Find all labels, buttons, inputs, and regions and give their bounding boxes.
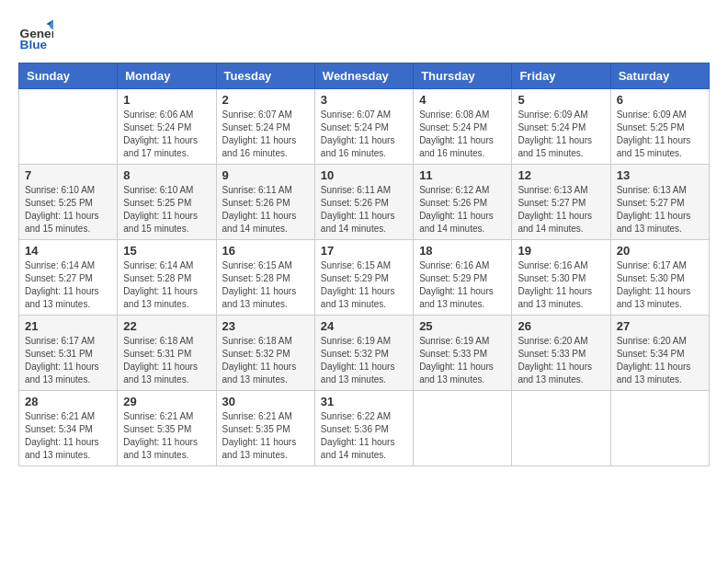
day-info: Sunrise: 6:20 AMSunset: 5:34 PMDaylight:… [617,335,703,386]
calendar-cell: 30Sunrise: 6:21 AMSunset: 5:35 PMDayligh… [216,391,314,466]
calendar-cell: 6Sunrise: 6:09 AMSunset: 5:25 PMDaylight… [610,89,709,165]
day-number: 20 [617,244,703,258]
day-number: 26 [518,319,604,333]
calendar-cell: 22Sunrise: 6:18 AMSunset: 5:31 PMDayligh… [118,316,216,391]
day-info: Sunrise: 6:21 AMSunset: 5:35 PMDaylight:… [123,410,210,462]
calendar-cell: 27Sunrise: 6:20 AMSunset: 5:34 PMDayligh… [610,316,709,391]
calendar-cell: 15Sunrise: 6:14 AMSunset: 5:28 PMDayligh… [118,240,216,316]
day-info: Sunrise: 6:21 AMSunset: 5:34 PMDaylight:… [25,410,111,462]
day-number: 21 [25,319,111,333]
calendar-week-5: 28Sunrise: 6:21 AMSunset: 5:34 PMDayligh… [19,391,710,466]
calendar-cell: 13Sunrise: 6:13 AMSunset: 5:27 PMDayligh… [610,165,709,240]
day-info: Sunrise: 6:20 AMSunset: 5:33 PMDaylight:… [518,335,604,386]
calendar-cell: 21Sunrise: 6:17 AMSunset: 5:31 PMDayligh… [19,316,118,391]
day-info: Sunrise: 6:07 AMSunset: 5:24 PMDaylight:… [321,109,407,160]
day-info: Sunrise: 6:15 AMSunset: 5:29 PMDaylight:… [321,259,407,311]
header-monday: Monday [118,63,216,89]
day-info: Sunrise: 6:18 AMSunset: 5:32 PMDaylight:… [222,335,309,386]
day-number: 13 [617,168,703,182]
header-tuesday: Tuesday [216,63,314,89]
day-info: Sunrise: 6:22 AMSunset: 5:36 PMDaylight:… [321,410,407,462]
calendar-cell: 10Sunrise: 6:11 AMSunset: 5:26 PMDayligh… [314,165,413,240]
calendar-cell [512,391,610,466]
calendar-cell: 14Sunrise: 6:14 AMSunset: 5:27 PMDayligh… [19,240,118,316]
logo: General Blue [18,18,53,53]
day-info: Sunrise: 6:11 AMSunset: 5:26 PMDaylight:… [222,184,309,236]
day-number: 12 [518,168,604,182]
day-number: 10 [321,168,407,182]
day-info: Sunrise: 6:15 AMSunset: 5:28 PMDaylight:… [222,259,309,311]
day-number: 3 [321,93,407,107]
logo-icon: General Blue [18,18,53,53]
calendar-header: SundayMondayTuesdayWednesdayThursdayFrid… [19,63,710,89]
calendar-week-2: 7Sunrise: 6:10 AMSunset: 5:25 PMDaylight… [19,165,710,240]
day-info: Sunrise: 6:13 AMSunset: 5:27 PMDaylight:… [617,184,703,236]
day-info: Sunrise: 6:18 AMSunset: 5:31 PMDaylight:… [123,335,210,386]
calendar-cell: 11Sunrise: 6:12 AMSunset: 5:26 PMDayligh… [414,165,512,240]
day-number: 9 [222,168,309,182]
calendar-cell: 28Sunrise: 6:21 AMSunset: 5:34 PMDayligh… [19,391,118,466]
calendar-cell: 9Sunrise: 6:11 AMSunset: 5:26 PMDaylight… [216,165,314,240]
day-number: 2 [222,93,309,107]
day-number: 31 [321,395,407,408]
calendar-body: 1Sunrise: 6:06 AMSunset: 5:24 PMDaylight… [19,89,710,466]
day-info: Sunrise: 6:12 AMSunset: 5:26 PMDaylight:… [419,184,506,236]
day-info: Sunrise: 6:17 AMSunset: 5:31 PMDaylight:… [25,335,111,386]
calendar-week-3: 14Sunrise: 6:14 AMSunset: 5:27 PMDayligh… [19,240,710,316]
day-info: Sunrise: 6:07 AMSunset: 5:24 PMDaylight:… [222,109,309,160]
calendar-cell: 1Sunrise: 6:06 AMSunset: 5:24 PMDaylight… [118,89,216,165]
day-number: 23 [222,319,309,333]
day-number: 17 [321,244,407,258]
day-number: 28 [25,395,111,408]
day-number: 11 [419,168,506,182]
calendar-cell [610,391,709,466]
day-info: Sunrise: 6:10 AMSunset: 5:25 PMDaylight:… [25,184,111,236]
day-info: Sunrise: 6:19 AMSunset: 5:32 PMDaylight:… [321,335,407,386]
day-number: 24 [321,319,407,333]
day-info: Sunrise: 6:19 AMSunset: 5:33 PMDaylight:… [419,335,506,386]
calendar-week-1: 1Sunrise: 6:06 AMSunset: 5:24 PMDaylight… [19,89,710,165]
day-number: 6 [617,93,703,107]
day-number: 7 [25,168,111,182]
header-thursday: Thursday [414,63,512,89]
calendar-cell: 16Sunrise: 6:15 AMSunset: 5:28 PMDayligh… [216,240,314,316]
day-info: Sunrise: 6:13 AMSunset: 5:27 PMDaylight:… [518,184,604,236]
calendar-week-4: 21Sunrise: 6:17 AMSunset: 5:31 PMDayligh… [19,316,710,391]
day-number: 22 [123,319,210,333]
calendar-cell: 20Sunrise: 6:17 AMSunset: 5:30 PMDayligh… [610,240,709,316]
calendar-cell [19,89,118,165]
calendar-cell: 26Sunrise: 6:20 AMSunset: 5:33 PMDayligh… [512,316,610,391]
day-number: 15 [123,244,210,258]
calendar-table: SundayMondayTuesdayWednesdayThursdayFrid… [18,63,710,466]
header-friday: Friday [512,63,610,89]
day-info: Sunrise: 6:16 AMSunset: 5:29 PMDaylight:… [419,259,506,311]
svg-text:Blue: Blue [20,38,48,52]
day-info: Sunrise: 6:11 AMSunset: 5:26 PMDaylight:… [321,184,407,236]
calendar-cell: 8Sunrise: 6:10 AMSunset: 5:25 PMDaylight… [118,165,216,240]
day-info: Sunrise: 6:09 AMSunset: 5:24 PMDaylight:… [518,109,604,160]
day-number: 14 [25,244,111,258]
calendar-cell: 17Sunrise: 6:15 AMSunset: 5:29 PMDayligh… [314,240,413,316]
calendar-cell: 31Sunrise: 6:22 AMSunset: 5:36 PMDayligh… [314,391,413,466]
day-info: Sunrise: 6:17 AMSunset: 5:30 PMDaylight:… [617,259,703,311]
day-info: Sunrise: 6:21 AMSunset: 5:35 PMDaylight:… [222,410,309,462]
day-info: Sunrise: 6:10 AMSunset: 5:25 PMDaylight:… [123,184,210,236]
day-number: 5 [518,93,604,107]
calendar-cell: 3Sunrise: 6:07 AMSunset: 5:24 PMDaylight… [314,89,413,165]
header-row: SundayMondayTuesdayWednesdayThursdayFrid… [19,63,710,89]
calendar-cell: 29Sunrise: 6:21 AMSunset: 5:35 PMDayligh… [118,391,216,466]
day-info: Sunrise: 6:08 AMSunset: 5:24 PMDaylight:… [419,109,506,160]
calendar-cell: 19Sunrise: 6:16 AMSunset: 5:30 PMDayligh… [512,240,610,316]
day-number: 1 [123,93,210,107]
day-number: 29 [123,395,210,408]
calendar-cell: 23Sunrise: 6:18 AMSunset: 5:32 PMDayligh… [216,316,314,391]
day-info: Sunrise: 6:06 AMSunset: 5:24 PMDaylight:… [123,109,210,160]
calendar-cell: 5Sunrise: 6:09 AMSunset: 5:24 PMDaylight… [512,89,610,165]
calendar-cell: 7Sunrise: 6:10 AMSunset: 5:25 PMDaylight… [19,165,118,240]
day-info: Sunrise: 6:14 AMSunset: 5:28 PMDaylight:… [123,259,210,311]
page-header: General Blue [18,18,710,53]
day-info: Sunrise: 6:09 AMSunset: 5:25 PMDaylight:… [617,109,703,160]
day-number: 4 [419,93,506,107]
day-number: 30 [222,395,309,408]
calendar-cell: 12Sunrise: 6:13 AMSunset: 5:27 PMDayligh… [512,165,610,240]
